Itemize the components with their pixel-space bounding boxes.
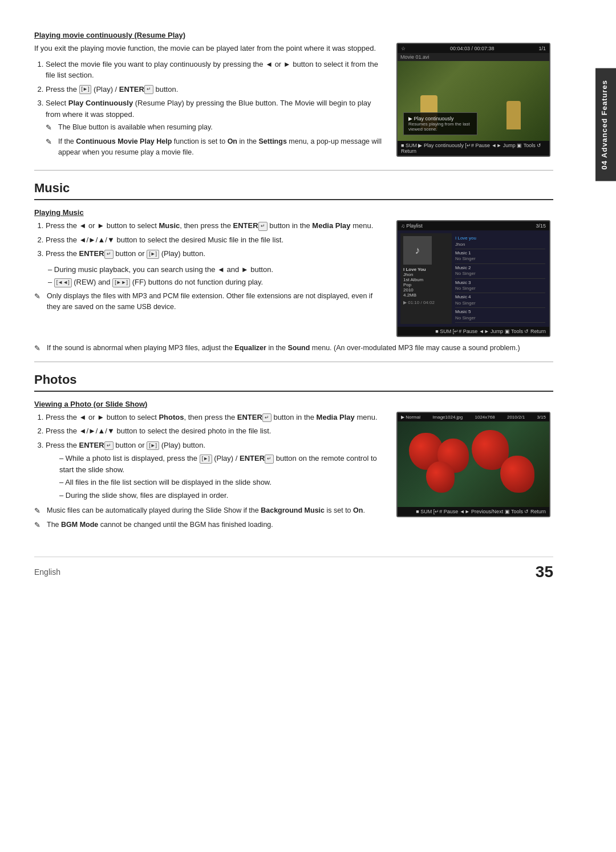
music-screen-body: ♪ I Love You Jhon 1st Album Pop 2010 4.2…: [398, 230, 549, 327]
music-bullet-1: During music playback, you can search us…: [48, 264, 382, 275]
viewing-photo-title: Viewing a Photo (or Slide Show): [34, 400, 553, 408]
movie-count: 1/1: [538, 46, 546, 51]
resume-note-2: If the Continuous Movie Play Help functi…: [46, 136, 382, 158]
playlist-item-1: Music 1 No Singer: [455, 249, 545, 264]
photos-screen-header: ▶ Normal Image1024.jpg 1024x768 2010/2/1…: [398, 413, 549, 421]
movie-icon: ☆: [401, 46, 406, 51]
resume-step-1: Select the movie file you want to play c…: [46, 59, 382, 81]
music-screen-col: ♫ Playlist 3/15 ♪ I Love You Jhon 1st Al…: [394, 220, 553, 337]
music-note-2: If the sound is abnormal when playing MP…: [34, 343, 553, 354]
popup-line2: Resumes playing from the last: [408, 121, 472, 127]
playlist-item-5: Music 5 No Singer: [455, 308, 545, 323]
photo-res: 1024x768: [475, 415, 495, 420]
track-album: 1st Album: [403, 277, 449, 282]
resume-play-steps: Select the movie file you want to play c…: [34, 59, 382, 158]
movie-screen-body: ▶ Play continuously Resumes playing from…: [398, 61, 549, 141]
music-bullets: During music playback, you can search us…: [34, 264, 382, 288]
photos-note-2: The BGM Mode cannot be changed until the…: [34, 520, 382, 530]
music-step-2: Press the ◄/►/▲/▼ button to select the d…: [46, 234, 382, 246]
photo-mode: ▶ Normal: [401, 415, 420, 420]
movie-screen: ☆ 00:04:03 / 00:07:38 1/1 Movie 01.avi ▶…: [396, 43, 550, 157]
photos-step-2: Press the ◄/►/▲/▼ button to select the d…: [46, 425, 382, 437]
main-content: Playing movie continuously (Resume Play)…: [34, 31, 553, 581]
playlist-item-2: Music 2 No Singer: [455, 264, 545, 279]
music-screen-footer: ■ SUM [↵# Pause ◄► Jump ▣ Tools ↺ Return: [398, 327, 549, 336]
movie-filename: Movie 01.avi: [398, 53, 549, 61]
popup-line1: ▶ Play continuously: [408, 116, 472, 121]
resume-play-content: If you exit the playing movie function, …: [34, 43, 553, 162]
music-album-art: ♪: [403, 236, 432, 265]
music-bullet-2: [◄◄] (REW) and [►►] (FF) buttons do not …: [48, 277, 382, 288]
page-bottom: English 35: [34, 557, 553, 581]
photos-step-3: Press the ENTER↵ button or [►] (Play) bu…: [46, 440, 382, 501]
photos-screen-col: ▶ Normal Image1024.jpg 1024x768 2010/2/1…: [394, 412, 553, 534]
resume-play-intro: If you exit the playing movie function, …: [34, 43, 382, 54]
music-text: Press the ◄ or ► button to select Music,…: [34, 220, 382, 337]
music-note-1: Only displays the files with MP3 and PCM…: [34, 291, 382, 313]
music-section: Music Playing Music Press the ◄ or ► but…: [34, 181, 553, 353]
music-step-3: Press the ENTER↵ button or [►] (Play) bu…: [46, 248, 382, 259]
playlist-item-0: I Love you Jhon: [455, 234, 545, 249]
photos-screen-footer: ■ SUM [↵# Pause ◄► Previous/Next ▣ Tools…: [398, 507, 549, 516]
photo-date: 2010/2/1: [507, 415, 525, 420]
photos-divider: [34, 362, 553, 362]
resume-play-screen: ☆ 00:04:03 / 00:07:38 1/1 Movie 01.avi ▶…: [394, 43, 553, 162]
photos-bullet-1: While a photo list is displayed, press t…: [59, 453, 382, 475]
music-steps: Press the ◄ or ► button to select Music,…: [34, 220, 382, 259]
photos-bullet-2: All files in the file list section will …: [59, 477, 382, 488]
playlist-label: ♫ Playlist: [401, 223, 423, 229]
photos-steps: Press the ◄ or ► button to select Photos…: [34, 412, 382, 501]
photos-text: Press the ◄ or ► button to select Photos…: [34, 412, 382, 534]
photos-bullet-3: During the slide show, files are display…: [59, 490, 382, 501]
photos-section: Photos Viewing a Photo (or Slide Show) P…: [34, 372, 553, 534]
movie-screen-footer: ■ SUM ▶ Play continuously [↵# Pause ◄► J…: [398, 141, 549, 156]
resume-step-3: Select Play Continuously (Resume Play) b…: [46, 98, 382, 157]
photos-note-1: Music files can be automatically played …: [34, 505, 382, 516]
playlist-item-3: Music 3 No Singer: [455, 279, 545, 294]
playlist-count: 3/15: [536, 223, 546, 229]
photos-sub-bullets: While a photo list is displayed, press t…: [46, 453, 382, 501]
resume-step-2: Press the [►] (Play) / ENTER↵ button.: [46, 84, 382, 95]
music-left-panel: ♪ I Love You Jhon 1st Album Pop 2010 4.2…: [400, 233, 452, 324]
english-label: English: [34, 567, 60, 577]
page-number: 35: [536, 563, 553, 581]
popup-line3: viewed scene.: [408, 127, 472, 132]
apples-image: [398, 421, 549, 507]
resume-play-section: Playing movie continuously (Resume Play)…: [34, 31, 553, 162]
track-time: ▶ 01:10 / 04:02: [403, 300, 449, 305]
track-genre: Pop: [403, 282, 449, 287]
music-right-panel: I Love you Jhon Music 1 No Singer Music …: [454, 233, 546, 324]
photos-step-1: Press the ◄ or ► button to select Photos…: [46, 412, 382, 423]
photo-count: 3/15: [537, 415, 546, 420]
music-screen-header: ♫ Playlist 3/15: [398, 221, 549, 230]
resume-note-1: The Blue button is available when resumi…: [46, 122, 382, 133]
movie-time: 00:04:03 / 00:07:38: [450, 46, 495, 51]
photos-screen-body: [398, 421, 549, 507]
photos-screen: ▶ Normal Image1024.jpg 1024x768 2010/2/1…: [396, 412, 550, 517]
movie-screen-header: ☆ 00:04:03 / 00:07:38 1/1: [398, 44, 549, 53]
photos-content: Press the ◄ or ► button to select Photos…: [34, 412, 553, 534]
resume-play-text: If you exit the playing movie function, …: [34, 43, 382, 162]
track-artist: Jhon: [403, 272, 449, 277]
photo-filename: Image1024.jpg: [432, 415, 463, 420]
track-title: I Love You: [403, 267, 449, 272]
photos-title: Photos: [34, 372, 553, 392]
music-screen: ♫ Playlist 3/15 ♪ I Love You Jhon 1st Al…: [396, 220, 550, 337]
side-tab: 04 Advanced Features: [595, 68, 616, 181]
apple-4: [426, 461, 455, 493]
playing-music-title: Playing Music: [34, 208, 553, 217]
music-title: Music: [34, 181, 553, 200]
track-size: 4.2MB: [403, 293, 449, 298]
resume-popup: ▶ Play continuously Resumes playing from…: [403, 112, 477, 135]
music-step-1: Press the ◄ or ► button to select Music,…: [46, 220, 382, 232]
music-content: Press the ◄ or ► button to select Music,…: [34, 220, 553, 337]
playlist-item-4: Music 4 No Singer: [455, 293, 545, 308]
page-wrapper: 04 Advanced Features Playing movie conti…: [0, 0, 616, 852]
resume-play-title: Playing movie continuously (Resume Play): [34, 31, 553, 39]
apple-5: [500, 456, 534, 493]
music-divider: [34, 170, 553, 171]
track-year: 2010: [403, 287, 449, 293]
